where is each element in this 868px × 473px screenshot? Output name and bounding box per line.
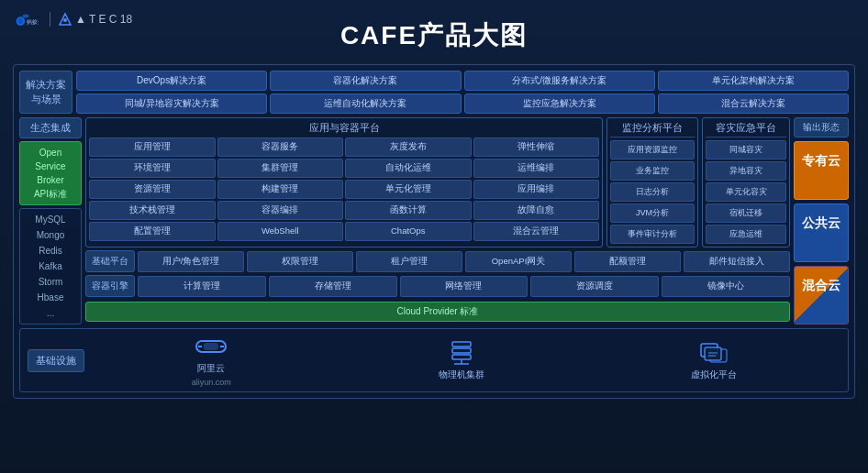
outer-frame: 解决方案 与场景 DevOps解决方案 容器化解决方案 分布式/微服务解决方案 … [13,64,855,399]
sol-monitor[interactable]: 监控应急解决方案 [464,94,655,114]
infra-items: 阿里云 aliyun.com 物理机集群 [88,334,840,387]
disaster-cell-1[interactable]: 异地容灾 [706,161,786,181]
disaster-title: 容灾应急平台 [706,121,786,138]
infra-row: 基础设施 阿里云 aliyun.com [19,328,849,392]
p-cell[interactable]: 应用编排 [473,180,600,199]
disaster-cell-3[interactable]: 宿机迁移 [706,204,786,223]
virtual-platform-icon [697,340,730,366]
app-platform-grid: 应用管理 容器服务 灰度发布 弹性伸缩 环境管理 集群管理 自动化运维 运维编排… [89,138,599,241]
disaster-cell-4[interactable]: 应急运维 [706,225,786,244]
engine-item-1[interactable]: 存储管理 [269,276,397,297]
engine-item-4[interactable]: 镜像中心 [662,276,790,297]
aliyun-sub: aliyun.com [192,378,231,387]
app-platform-title: 应用与容器平台 [89,121,599,135]
p-cell[interactable]: 应用管理 [89,138,216,157]
monitor-cell-0[interactable]: 应用资源监控 [610,140,695,160]
main-content: 生态集成 Open Service Broker API标准 MySQL Mon… [19,117,849,324]
base-item-0[interactable]: 用户/角色管理 [138,251,244,272]
infra-label: 基础设施 [28,349,84,372]
left-sidebar: 生态集成 Open Service Broker API标准 MySQL Mon… [19,117,82,324]
p-cell[interactable]: 单元化管理 [345,180,472,199]
disaster-cell-2[interactable]: 单元化容灾 [706,182,786,202]
monitor-cell-3[interactable]: JVM分析 [610,204,695,223]
p-cell[interactable]: ChatOps [345,222,472,241]
monitor-cell-4[interactable]: 事件审计分析 [610,225,695,244]
p-cell[interactable]: 集群管理 [217,159,344,178]
svg-rect-17 [705,347,721,360]
svg-point-1 [18,18,24,24]
sol-unitarch[interactable]: 单元化架构解决方案 [658,71,849,91]
ecosystem-label: 生态集成 [19,117,82,138]
logo-atec: ▲ T E C 18 [50,12,132,27]
p-cell[interactable]: 环境管理 [89,159,216,178]
cloud-provider: Cloud Provider 标准 [85,302,790,322]
header-logos: 蚂蚁金服 ▲ T E C 18 [13,9,132,29]
virtual-name: 虚拟化平台 [691,368,737,381]
p-cell[interactable]: 构建管理 [217,180,344,199]
output-public[interactable]: 公共云 [794,204,849,262]
virtual-platform-item[interactable]: 虚拟化平台 [691,340,737,381]
p-cell[interactable]: 资源管理 [89,180,216,199]
p-cell[interactable]: 灰度发布 [345,138,472,157]
output-section: 输出形态 专有云 公共云 混合云 [794,117,849,324]
solutions-label: 解决方案 与场景 [19,71,72,114]
base-item-5[interactable]: 邮件短信接入 [684,251,790,272]
p-cell[interactable]: WebShell [217,222,344,241]
svg-text:蚂蚁金服: 蚂蚁金服 [27,19,39,25]
p-cell[interactable]: 容器编排 [217,201,344,220]
base-platform-label: 基础平台 [85,250,135,272]
db-list: MySQL Mongo Redis Kafka Storm Hbase ... [19,208,82,324]
base-platform-row: 基础平台 用户/角色管理 权限管理 租户管理 OpenAPI网关 配额管理 邮件… [85,250,790,272]
svg-point-5 [63,18,67,22]
output-private[interactable]: 专有云 [794,141,849,200]
base-item-4[interactable]: 配额管理 [574,251,681,272]
logo-ant: 蚂蚁金服 [13,9,39,29]
p-cell[interactable]: 技术栈管理 [89,201,216,220]
monitor-cell-2[interactable]: 日志分析 [610,182,695,202]
sol-devops[interactable]: DevOps解决方案 [76,71,267,91]
sol-container[interactable]: 容器化解决方案 [270,71,461,91]
base-platform-items: 用户/角色管理 权限管理 租户管理 OpenAPI网关 配额管理 邮件短信接入 [138,251,790,272]
disaster-cells: 同城容灾 异地容灾 单元化容灾 宿机迁移 应急运维 [706,140,786,244]
p-cell[interactable]: 配置管理 [89,222,216,241]
svg-rect-12 [452,355,471,359]
solution-row-2: 同城/异地容灾解决方案 运维自动化解决方案 监控应急解决方案 混合云解决方案 [76,94,849,114]
monitor-section: 监控分析平台 应用资源监控 业务监控 日志分析 JVM分析 事件审计分析 [606,117,698,248]
monitor-cell-1[interactable]: 业务监控 [610,161,695,181]
engine-item-0[interactable]: 计算管理 [138,276,266,297]
physical-name: 物理机集群 [439,368,484,381]
p-cell[interactable]: 容器服务 [217,138,344,157]
svg-rect-10 [452,342,471,346]
app-platform: 应用与容器平台 应用管理 容器服务 灰度发布 弹性伸缩 环境管理 集群管理 自动… [85,117,603,248]
p-cell[interactable]: 运维编排 [473,159,600,178]
aliyun-item[interactable]: 阿里云 aliyun.com [192,334,231,387]
disaster-section: 容灾应急平台 同城容灾 异地容灾 单元化容灾 宿机迁移 应急运维 [702,117,790,248]
main-container: 蚂蚁金服 ▲ T E C 18 CAFE产品大图 解决方案 与场景 DevOps… [0,0,868,473]
engine-item-3[interactable]: 资源调度 [530,276,659,297]
sol-hybrid[interactable]: 混合云解决方案 [658,94,849,114]
p-cell[interactable]: 混合云管理 [473,222,600,241]
p-cell[interactable]: 弹性伸缩 [473,138,600,157]
engine-item-2[interactable]: 网络管理 [400,276,529,297]
p-cell[interactable]: 故障自愈 [473,201,600,220]
output-hybrid[interactable]: 混合云 [794,266,849,324]
sol-disaster[interactable]: 同城/异地容灾解决方案 [76,94,267,114]
aliyun-icon [195,334,228,359]
base-item-2[interactable]: 租户管理 [356,251,462,272]
sol-ops[interactable]: 运维自动化解决方案 [270,94,461,114]
page-title: CAFE产品大图 [13,9,855,62]
svg-rect-11 [452,348,471,353]
base-item-1[interactable]: 权限管理 [247,251,353,272]
monitor-cells: 应用资源监控 业务监控 日志分析 JVM分析 事件审计分析 [610,140,695,244]
disaster-cell-0[interactable]: 同城容灾 [706,140,786,160]
p-cell[interactable]: 自动化运维 [345,159,472,178]
open-service-box[interactable]: Open Service Broker API标准 [19,141,82,205]
physical-cluster-item[interactable]: 物理机集群 [439,340,484,381]
physical-cluster-icon [445,340,478,366]
engine-label: 容器引擎 [85,275,135,297]
solutions-row: 解决方案 与场景 DevOps解决方案 容器化解决方案 分布式/微服务解决方案 … [19,71,849,114]
engine-items: 计算管理 存储管理 网络管理 资源调度 镜像中心 [138,276,790,297]
base-item-3[interactable]: OpenAPI网关 [465,251,572,272]
sol-microservice[interactable]: 分布式/微服务解决方案 [464,71,655,91]
p-cell[interactable]: 函数计算 [345,201,472,220]
